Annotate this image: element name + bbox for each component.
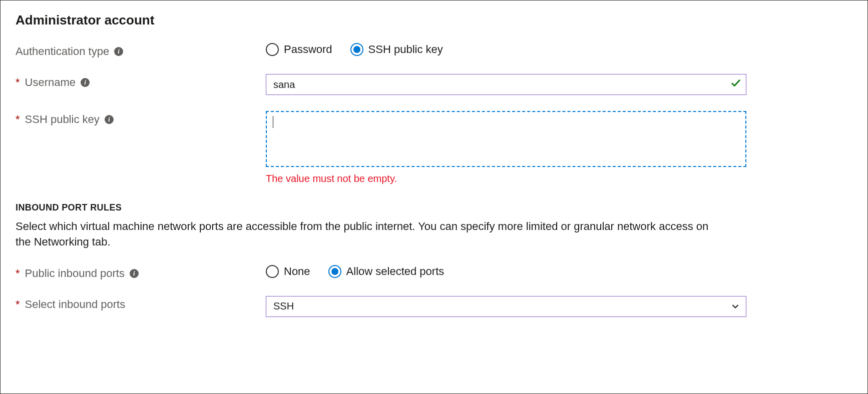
- public-ports-label: Public inbound ports: [25, 267, 125, 280]
- username-input[interactable]: [266, 74, 746, 95]
- auth-type-label-col: Authentication type i: [16, 43, 266, 58]
- vm-create-admin-panel: Administrator account Authentication typ…: [0, 0, 868, 394]
- select-ports-wrap: SSH: [266, 296, 746, 317]
- radio-auth-ssh[interactable]: SSH public key: [350, 43, 443, 56]
- admin-account-title: Administrator account: [16, 12, 852, 28]
- username-input-wrap: [266, 74, 746, 95]
- info-icon[interactable]: i: [105, 115, 114, 124]
- required-asterisk-icon: *: [16, 268, 20, 279]
- ssh-key-label: SSH public key: [25, 113, 100, 126]
- username-control: [266, 74, 852, 95]
- info-icon[interactable]: i: [81, 78, 90, 87]
- username-label: Username: [25, 76, 76, 89]
- ssh-key-textarea[interactable]: [266, 111, 746, 167]
- required-asterisk-icon: *: [16, 114, 20, 125]
- public-ports-controls: None Allow selected ports: [266, 265, 852, 278]
- select-ports-control: SSH: [266, 296, 852, 317]
- required-asterisk-icon: *: [16, 299, 20, 310]
- select-ports-value: SSH: [273, 300, 294, 312]
- radio-label: SSH public key: [368, 43, 443, 56]
- radio-label: Password: [284, 43, 332, 56]
- ssh-key-input-wrap: [266, 111, 746, 169]
- public-ports-radio-group: None Allow selected ports: [266, 265, 852, 278]
- radio-label: Allow selected ports: [346, 265, 445, 278]
- radio-ports-allow[interactable]: Allow selected ports: [328, 265, 445, 278]
- username-label-col: * Username i: [16, 74, 266, 89]
- info-icon[interactable]: i: [130, 269, 139, 278]
- row-auth-type: Authentication type i Password SSH publi…: [16, 43, 852, 58]
- ssh-key-error: The value must not be empty.: [266, 173, 852, 184]
- select-ports-label-col: * Select inbound ports: [16, 296, 266, 311]
- checkmark-icon: [730, 78, 741, 92]
- radio-auth-password[interactable]: Password: [266, 43, 332, 56]
- row-ssh-key: * SSH public key i The value must not be…: [16, 111, 852, 184]
- radio-circle-icon: [328, 265, 341, 278]
- select-ports-dropdown[interactable]: SSH: [266, 296, 746, 317]
- radio-ports-none[interactable]: None: [266, 265, 310, 278]
- public-ports-label-col: * Public inbound ports i: [16, 265, 266, 280]
- info-icon[interactable]: i: [114, 47, 123, 56]
- radio-circle-icon: [266, 43, 279, 56]
- radio-circle-icon: [350, 43, 363, 56]
- inbound-rules-header: INBOUND PORT RULES: [16, 202, 852, 213]
- auth-type-label: Authentication type: [16, 45, 109, 58]
- radio-label: None: [284, 265, 310, 278]
- row-username: * Username i: [16, 74, 852, 95]
- row-public-inbound-ports: * Public inbound ports i None Allow sele…: [16, 265, 852, 280]
- ssh-key-control: The value must not be empty.: [266, 111, 852, 184]
- radio-circle-icon: [266, 265, 279, 278]
- auth-type-controls: Password SSH public key: [266, 43, 852, 56]
- select-ports-label: Select inbound ports: [25, 298, 126, 311]
- auth-type-radio-group: Password SSH public key: [266, 43, 852, 56]
- required-asterisk-icon: *: [16, 77, 20, 88]
- row-select-inbound-ports: * Select inbound ports SSH: [16, 296, 852, 317]
- text-caret-icon: [273, 116, 273, 128]
- ssh-key-label-col: * SSH public key i: [16, 111, 266, 126]
- inbound-rules-description: Select which virtual machine network por…: [16, 219, 716, 250]
